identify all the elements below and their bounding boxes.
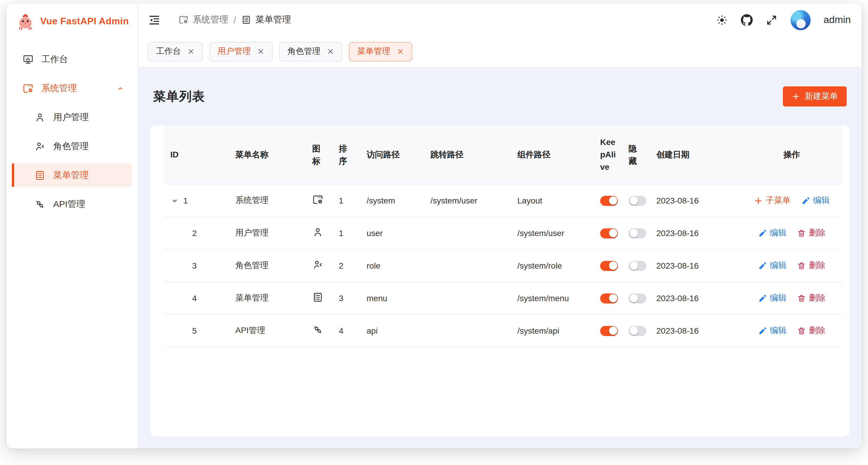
user-icon [312,227,323,238]
row-name: 菜单管理 [229,282,306,314]
table-card: ID 菜单名称 图标 排序 访问路径 跳转路径 组件路径 KeepAlive 隐… [150,125,850,437]
row-order: 3 [333,282,361,314]
row-redirect [425,314,512,347]
row-redirect [425,250,512,282]
menu-list-icon [34,170,45,181]
col-redirect: 跳转路径 [425,125,512,184]
fullscreen-icon[interactable] [766,14,777,26]
sidebar-item-menus[interactable]: 菜单管理 [12,163,132,187]
github-icon[interactable] [741,14,752,26]
chevron-down-icon[interactable] [170,196,179,205]
tab-menus[interactable]: 菜单管理 [349,42,412,61]
row-redirect [425,217,512,250]
col-id: ID [164,125,229,184]
keepalive-toggle[interactable] [600,261,618,271]
breadcrumb-separator: / [234,15,236,25]
sidebar-item-label: 系统管理 [41,83,77,94]
sidebar-item-label: 工作台 [41,54,68,65]
row-date: 2023-08-16 [650,250,741,282]
delete-button[interactable]: 删除 [797,260,826,271]
edit-button[interactable]: 编辑 [758,325,786,336]
system-gear-icon [312,194,323,205]
close-icon[interactable] [187,48,194,55]
row-date: 2023-08-16 [650,282,741,314]
app-title: Vue FastAPI Admin [40,16,129,27]
hidden-toggle[interactable] [628,196,646,206]
sidebar-item-roles[interactable]: 角色管理 [12,134,132,158]
row-id: 3 [192,261,197,270]
tab-workbench[interactable]: 工作台 [148,42,203,61]
col-hidden: 隐藏 [623,125,650,184]
role-icon [34,141,45,152]
pencil-icon [801,196,810,205]
row-path: user [361,217,425,250]
sidebar-item-system[interactable]: 系统管理 [12,76,132,100]
col-name: 菜单名称 [229,125,306,184]
main-area: 系统管理 / 菜单管理 admin [138,4,862,448]
row-path: role [361,250,425,282]
app-logo[interactable]: Vue FastAPI Admin [6,4,138,39]
row-id: 5 [192,326,197,336]
delete-button[interactable]: 删除 [797,325,826,336]
hidden-toggle[interactable] [628,293,646,303]
breadcrumb-menus[interactable]: 菜单管理 [241,14,291,25]
row-order: 4 [333,314,361,347]
edit-button[interactable]: 编辑 [758,260,786,271]
edit-button[interactable]: 编辑 [758,228,786,238]
close-icon[interactable] [257,48,264,55]
keepalive-toggle[interactable] [600,326,618,336]
close-icon[interactable] [397,48,404,55]
tab-users[interactable]: 用户管理 [209,42,273,61]
chick-logo-icon [17,12,34,30]
delete-button[interactable]: 删除 [797,228,826,238]
plus-icon [792,92,800,100]
plug-icon [34,199,45,210]
row-redirect: /system/user [425,184,512,217]
plus-icon [754,196,763,205]
row-path: api [361,314,425,347]
avatar[interactable] [790,10,810,30]
hidden-toggle[interactable] [628,261,646,271]
table-row: 1 系统管理 1 /system /system/user Layout [164,184,843,217]
row-id: 2 [192,228,197,238]
edit-button[interactable]: 编辑 [758,293,786,303]
collapse-sidebar-icon[interactable] [148,13,161,26]
delete-button[interactable]: 删除 [797,293,826,303]
tab-roles[interactable]: 角色管理 [279,42,342,61]
edit-button[interactable]: 编辑 [801,195,830,206]
row-name: API管理 [229,314,306,347]
breadcrumb-system[interactable]: 系统管理 [179,14,228,25]
header: 系统管理 / 菜单管理 admin [138,4,862,36]
sidebar-item-api[interactable]: API管理 [12,192,132,216]
sidebar-item-workbench[interactable]: 工作台 [12,47,132,71]
pencil-icon [758,229,767,237]
row-id: 1 [183,196,188,205]
sidebar-item-users[interactable]: 用户管理 [12,105,132,129]
new-menu-button[interactable]: 新建菜单 [783,86,847,106]
breadcrumb: 系统管理 / 菜单管理 [179,14,291,25]
hidden-toggle[interactable] [628,228,646,238]
row-id: 4 [192,293,197,303]
chevron-up-icon [116,84,125,93]
table-row: 4 菜单管理 3 menu /system/menu 2023-08-16 [164,282,843,314]
row-name: 系统管理 [229,184,306,217]
close-icon[interactable] [327,48,334,55]
header-actions: admin [716,10,851,30]
sidebar-item-label: 角色管理 [53,141,89,152]
tab-bar: 工作台 用户管理 角色管理 菜单管理 [138,36,862,67]
trash-icon [797,326,806,335]
username[interactable]: admin [824,14,851,26]
col-date: 创建日期 [650,125,741,184]
pencil-icon [758,261,767,270]
keepalive-toggle[interactable] [600,228,618,238]
row-order: 1 [333,184,361,217]
hidden-toggle[interactable] [628,326,646,336]
add-submenu-button[interactable]: 子菜单 [754,195,790,206]
keepalive-toggle[interactable] [600,196,618,206]
page-header: 菜单列表 新建菜单 [150,67,850,125]
page-title: 菜单列表 [153,88,205,105]
menu-list-icon [312,292,323,303]
keepalive-toggle[interactable] [600,293,618,303]
system-gear-icon [23,83,34,94]
theme-sun-icon[interactable] [716,14,727,26]
